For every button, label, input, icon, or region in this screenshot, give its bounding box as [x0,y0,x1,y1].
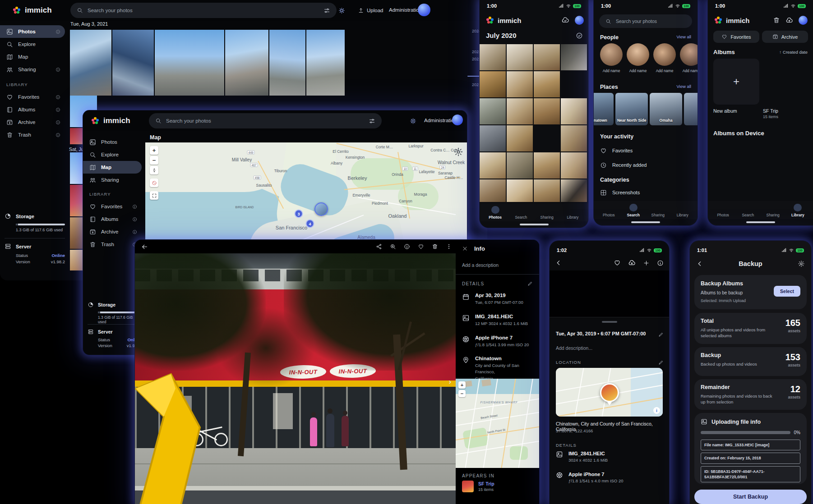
photo-thumbnail[interactable] [534,98,560,124]
map-photo-marker[interactable] [314,202,328,216]
map-settings-gear[interactable] [453,147,463,157]
photo-thumbnail[interactable] [534,44,560,70]
back-icon[interactable] [696,260,703,267]
filter-icon[interactable] [323,7,330,14]
trash-icon[interactable] [432,243,438,250]
search-input[interactable]: Search your photos [599,14,692,28]
sidebar-item[interactable]: Photos [0,25,65,38]
photo-thumbnail[interactable] [306,30,345,96]
sidebar-item[interactable]: Map [83,161,142,174]
person-item[interactable]: Add name [653,43,676,73]
map-fullscreen-button[interactable] [150,191,158,200]
start-backup-button[interactable]: Start Backup [694,490,807,504]
photo-thumbnail[interactable] [480,152,506,179]
appears-in-album[interactable]: SF Trip 15 items [462,481,494,492]
map-zoom-out-button[interactable]: − [150,156,158,165]
settings-gear-icon[interactable] [798,260,805,267]
photo-thumbnail[interactable] [507,44,533,70]
select-all-icon[interactable] [576,32,583,39]
user-avatar[interactable] [452,115,463,125]
person-item[interactable]: Add name [680,43,698,73]
edit-date-icon[interactable] [658,331,664,339]
info-icon[interactable] [132,229,137,234]
sidebar-item[interactable]: Archive [83,225,142,238]
photo-thumbnail[interactable] [480,71,506,97]
category-row[interactable]: Screenshots [600,186,691,199]
user-avatar[interactable] [799,16,808,25]
edit-icon[interactable] [527,281,533,286]
minimap-zoom-in[interactable]: + [458,381,466,389]
sidebar-item[interactable]: Trash [83,238,142,251]
photo-thumbnail[interactable] [480,44,506,70]
photo-thumbnail[interactable] [112,30,154,96]
photo-thumbnail[interactable] [507,98,533,124]
share-icon[interactable] [376,243,382,250]
info-icon[interactable] [404,243,410,250]
photo-thumbnail[interactable] [561,98,587,124]
backup-status-icon[interactable] [785,17,793,24]
photo-thumbnail[interactable] [534,179,560,202]
upload-button[interactable]: Upload [358,7,383,14]
favorites-button[interactable]: Favorites [713,31,759,43]
info-icon[interactable] [55,67,60,72]
info-icon[interactable] [55,95,60,100]
person-item[interactable]: Add name [627,43,649,73]
map-compass-button[interactable] [150,166,158,174]
place-item[interactable]: Omaha [650,93,682,125]
location-map[interactable]: i [556,368,663,417]
upload-icon[interactable] [628,259,636,267]
photo-thumbnail[interactable] [561,125,587,151]
photo-thumbnail[interactable] [480,98,506,124]
favorite-icon[interactable] [614,259,621,266]
trash-icon[interactable] [773,17,780,24]
view-all-link[interactable]: View all [676,84,691,90]
sidebar-item[interactable]: Trash [0,128,65,141]
info-icon[interactable] [55,107,60,112]
next-photo-arrow[interactable]: › [449,378,451,386]
photo-pin-marker[interactable] [600,383,619,402]
immich-logo[interactable]: immich [90,116,130,126]
sidebar-item[interactable]: Map [0,50,65,63]
sidebar-item[interactable]: Explore [83,148,142,161]
sidebar-item[interactable]: Favorites [83,200,142,213]
photo-thumbnail[interactable] [534,152,560,179]
backup-status-icon[interactable] [561,16,569,24]
info-icon[interactable] [55,29,60,34]
photo-thumbnail[interactable] [225,30,268,96]
theme-toggle-button[interactable] [410,118,416,124]
map-cluster-marker[interactable]: 4 [306,220,314,228]
album-tile[interactable] [763,59,809,105]
immich-logo[interactable]: immich [12,5,52,15]
info-icon[interactable] [657,260,664,266]
add-icon[interactable] [643,260,650,266]
favorite-icon[interactable] [418,243,424,250]
new-album-tile[interactable]: + [713,59,759,105]
map-zoom-in-button[interactable]: + [150,146,158,155]
photo-main[interactable]: IN-N-OUT IN-N-OUT [135,253,456,504]
drag-handle[interactable] [602,321,617,323]
back-icon[interactable] [555,259,562,266]
back-icon[interactable] [141,243,148,250]
nav-item[interactable]: Photos [482,206,508,220]
photo-thumbnail[interactable] [561,71,587,97]
map-cluster-marker[interactable]: 3 [295,210,303,218]
sidebar-item[interactable]: Sharing [0,63,65,76]
person-item[interactable]: Add name [600,43,623,73]
photo-thumbnail[interactable] [507,179,533,202]
select-button[interactable]: Select [774,286,800,297]
sidebar-item[interactable]: Sharing [83,174,142,186]
photo-thumbnail[interactable] [155,30,224,96]
photo-thumbnail[interactable] [346,30,420,96]
place-item[interactable]: Chinatown [594,93,614,125]
photo-thumbnail[interactable] [534,71,560,97]
nav-item[interactable]: Photos [596,204,621,217]
photo-thumbnail[interactable] [561,44,587,70]
more-icon[interactable] [446,243,452,250]
photo-thumbnail[interactable] [561,152,587,179]
search-input[interactable]: Search your photos [149,113,382,128]
view-all-link[interactable]: View all [676,34,691,41]
nav-item[interactable]: Search [621,204,646,217]
info-minimap[interactable]: FISHERMAN'S WHARF Beach Street North Poi… [456,379,539,468]
sidebar-item[interactable]: Explore [0,38,65,50]
administration-link[interactable]: Administration [389,7,422,13]
